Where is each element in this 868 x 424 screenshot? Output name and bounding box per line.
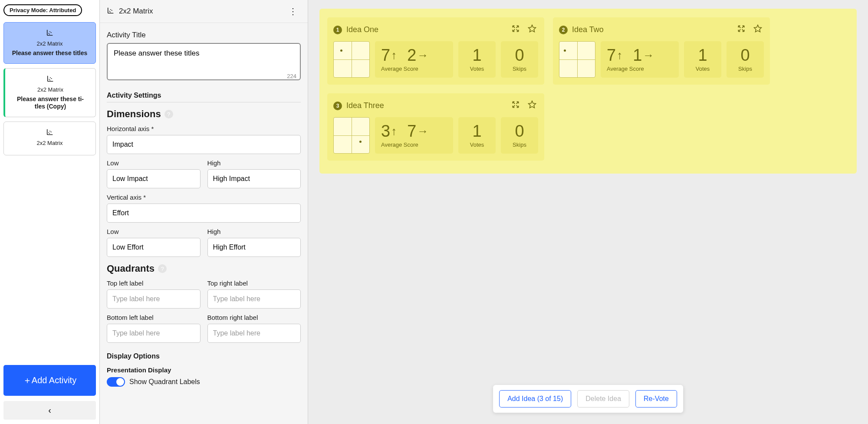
idea-title: Idea One (346, 25, 505, 34)
arrow-right-icon: → (417, 49, 428, 62)
svg-marker-18 (529, 101, 536, 108)
idea-card-1[interactable]: 2 Idea Two 7↑ 1→ Average Score 1 (553, 17, 770, 85)
star-icon[interactable] (752, 23, 764, 36)
svg-point-5 (50, 77, 51, 78)
svg-point-2 (50, 32, 51, 33)
idea-number-badge: 1 (333, 26, 342, 34)
votes-box: 1 Votes (458, 117, 496, 154)
vertical-axis-label: Vertical axis * (107, 194, 301, 201)
bottom-left-input[interactable] (107, 324, 201, 343)
bottom-action-bar: Add Idea (3 of 15) Delete Idea Re-Vote (493, 385, 683, 413)
ideas-board: 1 Idea One 7↑ 2→ Average Score 1 (319, 9, 857, 174)
v-low-label: Low (107, 228, 201, 235)
show-quadrant-labels-label: Show Quadrant Labels (129, 378, 200, 386)
average-score-box: 7↑ 1→ Average Score (601, 41, 679, 78)
privacy-mode-badge[interactable]: Privacy Mode: Attributed (3, 4, 82, 16)
skips-box: 0 Skips (727, 41, 764, 78)
idea-card-0[interactable]: 1 Idea One 7↑ 2→ Average Score 1 (327, 17, 544, 85)
activity-card-2[interactable]: 2x2 Matrix (3, 122, 96, 155)
activity-type-label: 2x2 Matrix (8, 140, 91, 146)
help-icon[interactable]: ? (164, 110, 173, 118)
votes-box: 1 Votes (458, 41, 496, 78)
plus-icon: ＋ (23, 375, 32, 385)
activity-settings-heading: Activity Settings (107, 92, 301, 102)
activity-title-input[interactable] (107, 43, 301, 80)
add-idea-button[interactable]: Add Idea (3 of 15) (499, 390, 571, 408)
top-left-label: Top left label (107, 279, 201, 287)
arrow-up-icon: ↑ (391, 49, 397, 62)
horizontal-axis-input[interactable] (107, 135, 301, 154)
svg-point-12 (109, 11, 110, 12)
mini-matrix (559, 41, 595, 78)
activity-card-1[interactable]: 2x2 Matrix Please answer these ti- tles … (3, 68, 96, 117)
svg-point-14 (112, 10, 112, 11)
matrix-icon (46, 75, 54, 85)
v-high-input[interactable] (207, 238, 301, 257)
expand-icon[interactable] (510, 23, 522, 36)
settings-menu-button[interactable]: ⋮ (285, 4, 301, 18)
star-icon[interactable] (526, 23, 538, 36)
svg-point-11 (49, 133, 50, 134)
matrix-icon (46, 128, 54, 138)
svg-point-0 (48, 33, 49, 34)
show-quadrant-labels-toggle[interactable] (107, 377, 125, 387)
idea-title: Idea Two (572, 25, 731, 34)
activity-title-heading: Activity Title (107, 31, 301, 39)
collapse-sidebar-button[interactable]: ‹ (3, 401, 96, 420)
svg-point-4 (49, 79, 49, 79)
svg-point-15 (110, 12, 111, 13)
svg-point-13 (110, 9, 111, 10)
main-canvas: 1 Idea One 7↑ 2→ Average Score 1 (308, 0, 868, 424)
matrix-icon (107, 7, 115, 16)
h-high-input[interactable] (207, 169, 301, 188)
average-score-box: 3↑ 7→ Average Score (375, 117, 453, 154)
delete-idea-button[interactable]: Delete Idea (577, 390, 629, 408)
presentation-display-heading: Presentation Display (107, 366, 301, 374)
h-low-input[interactable] (107, 169, 201, 188)
settings-header: 2x2 Matrix ⋮ (100, 0, 308, 23)
skips-box: 0 Skips (501, 117, 538, 154)
activity-type-label: 2x2 Matrix (8, 40, 91, 47)
settings-panel: 2x2 Matrix ⋮ Activity Title 224 Activity… (100, 0, 308, 424)
sidebar-left: Privacy Mode: Attributed 2x2 Matrix Plea… (0, 0, 100, 424)
chevron-left-icon: ‹ (48, 405, 51, 415)
title-char-counter: 224 (287, 73, 296, 79)
activity-title-label: Please answer these titles (8, 49, 91, 57)
svg-point-9 (49, 131, 50, 131)
mini-matrix (333, 117, 370, 154)
h-low-label: Low (107, 159, 201, 167)
bottom-right-label: Bottom right label (207, 314, 301, 321)
activity-type-label: 2x2 Matrix (10, 86, 91, 93)
top-right-input[interactable] (207, 289, 301, 309)
top-right-label: Top right label (207, 279, 301, 287)
matrix-icon (46, 29, 54, 39)
svg-marker-17 (754, 25, 762, 32)
votes-box: 1 Votes (684, 41, 721, 78)
bottom-right-input[interactable] (207, 324, 301, 343)
expand-icon[interactable] (735, 23, 747, 36)
dimensions-heading: Dimensions (107, 108, 161, 120)
expand-icon[interactable] (510, 99, 522, 112)
idea-card-2[interactable]: 3 Idea Three 3↑ 7→ Average Score 1 (327, 93, 544, 161)
svg-point-10 (50, 131, 51, 132)
v-low-input[interactable] (107, 238, 201, 257)
svg-point-3 (49, 34, 50, 35)
activity-title-label: Please answer these ti- tles (Copy) (10, 95, 91, 111)
revote-button[interactable]: Re-Vote (635, 390, 677, 408)
h-high-label: High (207, 159, 301, 167)
activity-card-0[interactable]: 2x2 Matrix Please answer these titles (3, 22, 96, 64)
horizontal-axis-label: Horizontal axis * (107, 125, 301, 132)
idea-number-badge: 2 (559, 26, 568, 34)
vertical-axis-input[interactable] (107, 204, 301, 223)
star-icon[interactable] (526, 99, 538, 112)
average-score-box: 7↑ 2→ Average Score (375, 41, 453, 78)
kebab-icon: ⋮ (289, 7, 297, 16)
svg-point-7 (49, 79, 50, 80)
top-left-input[interactable] (107, 289, 201, 309)
add-activity-button[interactable]: ＋Add Activity (3, 365, 96, 396)
help-icon[interactable]: ? (158, 264, 167, 273)
arrow-right-icon: → (417, 125, 428, 138)
bottom-left-label: Bottom left label (107, 314, 201, 321)
settings-header-title: 2x2 Matrix (119, 7, 285, 16)
arrow-right-icon: → (643, 49, 654, 62)
